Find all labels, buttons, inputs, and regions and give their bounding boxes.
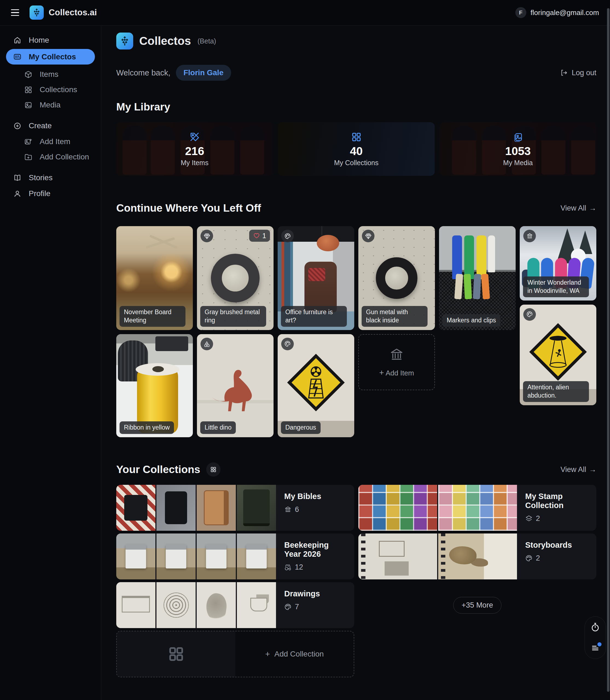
account-email: floringale@gmail.com (531, 9, 599, 17)
app-logo[interactable] (30, 5, 44, 20)
beehive-thumbnail (237, 534, 276, 580)
item-title: Office furniture is art? (281, 306, 347, 327)
collection-thumbnails (358, 485, 517, 531)
storyboard-thumbnail (438, 534, 517, 580)
sidebar-item-profile[interactable]: Profile (0, 186, 101, 201)
stopwatch-icon (590, 622, 600, 632)
item-card-winter-wonderland[interactable]: Winter Wonderland in Woodinville, WA (520, 226, 596, 300)
collection-name: My Stamp Collection (525, 492, 588, 510)
collection-card-drawings[interactable]: Drawings 7 (116, 582, 354, 628)
library-heading: My Library (116, 101, 596, 113)
add-collection-placeholder[interactable]: + Add Collection (116, 631, 354, 677)
collection-card-my-bibles[interactable]: My Bibles 6 (116, 485, 354, 531)
beta-tag: (Beta) (197, 37, 216, 45)
shapes-badge (200, 338, 213, 350)
collection-name: Drawings (284, 589, 346, 598)
item-title: Winter Wonderland in Woodinville, WA (523, 276, 589, 297)
item-card-november-board-meeting[interactable]: November Board Meeting (116, 226, 193, 330)
dinosaur-art (208, 355, 262, 421)
lamp-art (317, 235, 339, 251)
sidebar-item-stories[interactable]: Stories (0, 170, 101, 185)
page-title: Collectos (139, 34, 191, 48)
storyboard-thumbnail (358, 534, 437, 580)
collections-count: 40 (350, 145, 363, 158)
item-title: November Board Meeting (119, 306, 186, 327)
tree-glyph-icon (32, 8, 41, 17)
likes-badge: 1 (249, 230, 270, 242)
palette-icon (284, 340, 291, 347)
library-card-items[interactable]: 216 My Items (116, 122, 273, 176)
sidebar-item-collections[interactable]: Collections (0, 83, 101, 97)
collection-card-my-stamp-collection[interactable]: My Stamp Collection 2 (358, 485, 596, 531)
item-card-alien-abduction[interactable]: Attention, alien abduction. (520, 305, 596, 405)
account-menu[interactable]: F floringale@gmail.com (515, 7, 599, 18)
drawing-thumbnail (237, 582, 276, 628)
bank-icon (389, 347, 404, 362)
collections-view-all-link[interactable]: View All → (561, 466, 596, 474)
item-card-office-furniture[interactable]: Office furniture is art? (278, 226, 354, 330)
add-item-label: + Add Item (379, 369, 414, 377)
sidebar-item-items[interactable]: Items (0, 67, 101, 81)
marker-art (477, 235, 486, 279)
sidebar-item-media[interactable]: Media (0, 98, 101, 112)
collection-thumbnails (116, 534, 276, 580)
gem-icon (365, 233, 372, 240)
logout-button[interactable]: Log out (560, 69, 596, 77)
radiation-sign-art (282, 348, 350, 417)
pillow-art (308, 268, 325, 281)
palette-badge (523, 308, 536, 321)
beehive-thumbnail (197, 534, 236, 580)
collection-card-beekeeping[interactable]: Beekeeping Year 2026 12 (116, 534, 354, 580)
drawing-thumbnail (116, 582, 155, 628)
collection-card-storyboards[interactable]: Storyboards 2 (358, 534, 596, 580)
sidebar-item-create[interactable]: Create (0, 119, 101, 133)
collection-thumbnails (116, 582, 276, 628)
collection-thumbnails (358, 534, 517, 580)
sidebar-item-add-collection[interactable]: Add Collection (0, 150, 101, 164)
drawing-thumbnail (197, 582, 236, 628)
gem-icon (204, 233, 210, 240)
item-card-gun-metal-ring[interactable]: Gun metal with black inside (358, 226, 435, 330)
sidebar-item-add-item[interactable]: Add Item (0, 134, 101, 149)
plus-icon: + (265, 650, 270, 658)
arrow-right-icon: → (589, 204, 596, 212)
media-label: My Media (503, 159, 533, 167)
item-card-markers-and-clips[interactable]: Markers and clips (439, 226, 516, 330)
ring-art (376, 257, 417, 299)
continue-view-all-link[interactable]: View All → (561, 204, 596, 212)
scrollbar-thumb[interactable] (607, 8, 609, 692)
floating-tools (584, 616, 606, 659)
item-card-dangerous[interactable]: Dangerous (278, 334, 354, 437)
more-collections-button[interactable]: +35 More (453, 597, 502, 614)
collections-heading: Your Collections (116, 463, 200, 475)
sidebar-item-my-collectos[interactable]: My Collectos (6, 49, 95, 65)
timer-button[interactable] (589, 620, 602, 634)
library-icon (13, 52, 21, 61)
beehive-thumbnail (116, 534, 155, 580)
clip-art (473, 274, 481, 299)
task-list-button[interactable] (589, 641, 602, 655)
add-collection-thumb-area (117, 631, 235, 677)
sidebar-item-home[interactable]: Home (0, 33, 101, 47)
library-card-collections[interactable]: 40 My Collections (278, 122, 435, 176)
palette-badge (281, 230, 294, 242)
item-title: Gray brushed metal ring (200, 306, 266, 327)
item-title: Dangerous (281, 421, 321, 434)
layers-icon (525, 515, 533, 522)
tractor-icon (284, 564, 292, 571)
add-item-placeholder[interactable]: + Add Item (358, 334, 435, 390)
item-card-ribbon-in-yellow[interactable]: Ribbon in yellow (116, 334, 193, 437)
item-card-gray-brushed-metal-ring[interactable]: 1 Gray brushed metal ring (197, 226, 274, 330)
item-title: Attention, alien abduction. (523, 381, 589, 402)
continue-items-grid: November Board Meeting Ribbon in yellow … (116, 226, 596, 437)
hamburger-menu-icon[interactable] (11, 6, 23, 19)
collections-label: My Collections (334, 159, 379, 167)
library-cards: 216 My Items 40 My Collections 1053 My M… (116, 122, 596, 176)
item-card-little-dino[interactable]: Little dino (197, 334, 274, 437)
user-name-pill[interactable]: Florin Gale (176, 65, 231, 81)
palette-icon (526, 311, 533, 318)
collections-view-toggle-button[interactable] (206, 462, 221, 477)
ceiling-fan-art (149, 234, 178, 249)
library-card-media[interactable]: 1053 My Media (439, 122, 596, 176)
marker-art (452, 235, 462, 279)
